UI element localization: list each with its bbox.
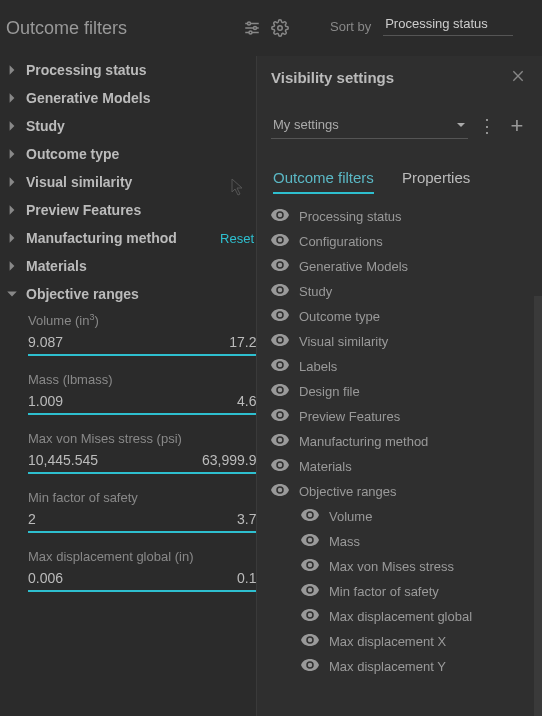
filter-group-materials[interactable]: Materials: [0, 252, 300, 280]
eye-icon[interactable]: [301, 508, 319, 525]
filter-group-generative-models[interactable]: Generative Models: [0, 84, 300, 112]
visibility-item-label: Configurations: [299, 234, 383, 249]
reset-button[interactable]: Reset: [220, 231, 254, 246]
range-min: 0.006: [28, 570, 63, 586]
eye-icon[interactable]: [301, 558, 319, 575]
page-title: Outcome filters: [6, 18, 238, 39]
visibility-item-manufacturing-method[interactable]: Manufacturing method: [269, 429, 534, 454]
eye-icon[interactable]: [271, 458, 289, 475]
scrollbar[interactable]: [534, 296, 542, 716]
range-label: Max displacement global (in): [28, 549, 272, 564]
sortby-select[interactable]: Processing status: [383, 16, 513, 36]
visibility-item-study[interactable]: Study: [269, 279, 534, 304]
visibility-item-max-displacement-y[interactable]: Max displacement Y: [269, 654, 534, 674]
eye-icon[interactable]: [271, 383, 289, 400]
visibility-item-max-von-mises-stress[interactable]: Max von Mises stress: [269, 554, 534, 579]
filter-group-processing-status[interactable]: Processing status: [0, 56, 300, 84]
filter-group-label: Study: [26, 118, 65, 134]
visibility-item-min-factor-of-safety[interactable]: Min factor of safety: [269, 579, 534, 604]
eye-icon[interactable]: [301, 608, 319, 625]
svg-point-3: [248, 22, 251, 25]
range-volume-in-: Volume (in3)9.08717.226: [28, 312, 272, 356]
visibility-settings-panel: Visibility settings My settings ⋮ + Outc…: [256, 56, 542, 716]
range-slider[interactable]: 0.0060.139: [28, 570, 272, 592]
visibility-item-max-displacement-x[interactable]: Max displacement X: [269, 629, 534, 654]
eye-icon[interactable]: [301, 583, 319, 600]
range-mass-lbmass-: Mass (lbmass)1.0094.609: [28, 372, 272, 415]
visibility-item-design-file[interactable]: Design file: [269, 379, 534, 404]
eye-icon[interactable]: [271, 258, 289, 275]
add-preset-button[interactable]: +: [506, 113, 528, 139]
eye-icon[interactable]: [271, 283, 289, 300]
eye-icon[interactable]: [301, 533, 319, 550]
svg-point-5: [249, 31, 252, 34]
svg-point-6: [278, 26, 283, 31]
visibility-item-label: Min factor of safety: [329, 584, 439, 599]
visibility-item-objective-ranges[interactable]: Objective ranges: [269, 479, 534, 504]
visibility-item-label: Processing status: [299, 209, 402, 224]
range-slider[interactable]: 10,445.54563,999.907: [28, 452, 272, 474]
visibility-list: Processing statusConfigurationsGenerativ…: [257, 194, 542, 674]
eye-icon[interactable]: [271, 233, 289, 250]
preset-select[interactable]: My settings: [271, 113, 468, 139]
eye-icon[interactable]: [271, 308, 289, 325]
filter-group-visual-similarity[interactable]: Visual similarity: [0, 168, 300, 196]
range-label: Mass (lbmass): [28, 372, 272, 387]
filter-group-label: Outcome type: [26, 146, 119, 162]
filter-group-label: Manufacturing method: [26, 230, 177, 246]
visibility-item-label: Materials: [299, 459, 352, 474]
gear-icon[interactable]: [266, 14, 294, 42]
filter-group-objective-ranges[interactable]: Objective ranges: [0, 280, 300, 308]
range-slider[interactable]: 9.08717.226: [28, 334, 272, 356]
visibility-item-materials[interactable]: Materials: [269, 454, 534, 479]
visibility-item-label: Max displacement Y: [329, 659, 446, 674]
filter-group-label: Processing status: [26, 62, 147, 78]
eye-icon[interactable]: [271, 433, 289, 450]
visibility-item-preview-features[interactable]: Preview Features: [269, 404, 534, 429]
visibility-item-label: Labels: [299, 359, 337, 374]
filter-group-outcome-type[interactable]: Outcome type: [0, 140, 300, 168]
visibility-item-labels[interactable]: Labels: [269, 354, 534, 379]
visibility-item-volume[interactable]: Volume: [269, 504, 534, 529]
visibility-item-max-displacement-global[interactable]: Max displacement global: [269, 604, 534, 629]
eye-icon[interactable]: [301, 633, 319, 650]
visibility-item-label: Manufacturing method: [299, 434, 428, 449]
visibility-item-visual-similarity[interactable]: Visual similarity: [269, 329, 534, 354]
filter-group-study[interactable]: Study: [0, 112, 300, 140]
visibility-item-label: Generative Models: [299, 259, 408, 274]
eye-icon[interactable]: [271, 483, 289, 500]
filter-group-label: Objective ranges: [26, 286, 139, 302]
range-slider[interactable]: 23.783: [28, 511, 272, 533]
outcome-filters-panel: Outcome filters Processing statusGenerat…: [0, 0, 300, 716]
eye-icon[interactable]: [271, 408, 289, 425]
tab-properties[interactable]: Properties: [402, 169, 470, 194]
filter-group-label: Generative Models: [26, 90, 151, 106]
visibility-item-generative-models[interactable]: Generative Models: [269, 254, 534, 279]
range-label: Max von Mises stress (psi): [28, 431, 272, 446]
range-label: Volume (in3): [28, 312, 272, 328]
range-max-von-mises-stress-psi-: Max von Mises stress (psi)10,445.54563,9…: [28, 431, 272, 474]
close-icon[interactable]: [510, 68, 526, 87]
preset-select-label: My settings: [273, 117, 339, 132]
eye-icon[interactable]: [301, 658, 319, 674]
chevron-down-icon: [456, 120, 466, 130]
sliders-icon[interactable]: [238, 14, 266, 42]
sortby-label: Sort by: [330, 19, 371, 34]
visibility-item-outcome-type[interactable]: Outcome type: [269, 304, 534, 329]
filter-group-manufacturing-method[interactable]: Manufacturing methodReset: [0, 224, 300, 252]
range-min: 10,445.545: [28, 452, 98, 468]
visibility-item-label: Max displacement X: [329, 634, 446, 649]
visibility-item-mass[interactable]: Mass: [269, 529, 534, 554]
visibility-item-processing-status[interactable]: Processing status: [269, 204, 534, 229]
visibility-item-label: Objective ranges: [299, 484, 397, 499]
visibility-item-label: Design file: [299, 384, 360, 399]
eye-icon[interactable]: [271, 208, 289, 225]
eye-icon[interactable]: [271, 358, 289, 375]
tab-outcome-filters[interactable]: Outcome filters: [273, 169, 374, 194]
filter-group-preview-features[interactable]: Preview Features: [0, 196, 300, 224]
more-options-button[interactable]: ⋮: [476, 115, 498, 137]
eye-icon[interactable]: [271, 333, 289, 350]
range-slider[interactable]: 1.0094.609: [28, 393, 272, 415]
range-min: 2: [28, 511, 36, 527]
visibility-item-configurations[interactable]: Configurations: [269, 229, 534, 254]
